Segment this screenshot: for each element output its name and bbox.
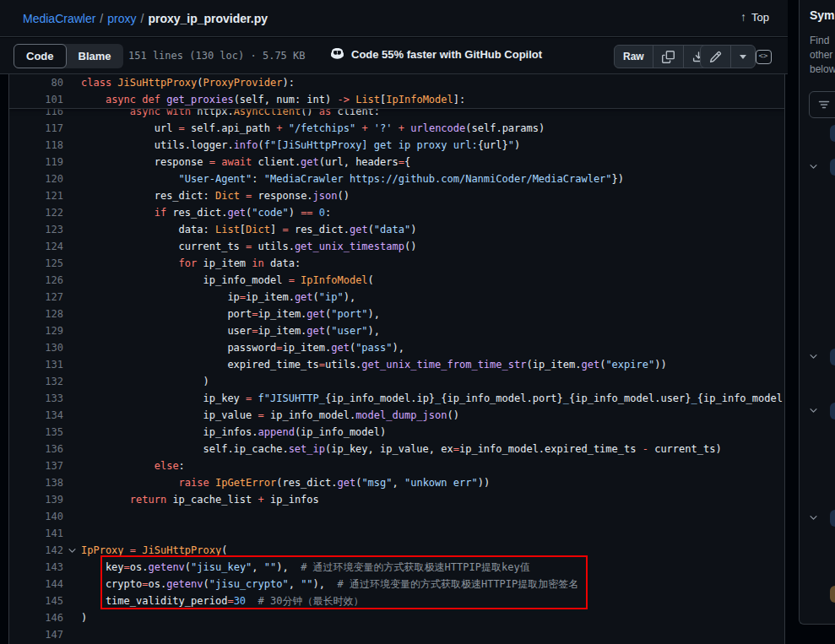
symbol-item[interactable] <box>830 510 835 527</box>
file-header: MediaCrawler / proxy / proxy_ip_provider… <box>0 0 788 37</box>
fold-spacer <box>63 289 81 306</box>
code-line: 143 key=os.getenv("jisu_key", ""), # 通过环… <box>9 559 784 576</box>
line-number[interactable]: 130 <box>9 339 63 356</box>
code-text: user=ip_item.get("user"), <box>81 322 784 339</box>
chevron-down-icon <box>808 512 819 523</box>
code-line: 144 crypto=os.getenv("jisu_crypto", ""),… <box>9 576 784 593</box>
code-line: 101 async def get_proxies(self, num: int… <box>9 91 784 108</box>
breadcrumb-folder-link[interactable]: proxy <box>107 12 136 25</box>
symbol-item[interactable] <box>830 125 835 142</box>
line-number[interactable]: 101 <box>9 91 63 108</box>
page: { "breadcrumb": { "repo": "MediaCrawler"… <box>0 0 835 644</box>
line-number[interactable]: 144 <box>9 576 63 593</box>
line-number[interactable]: 117 <box>9 120 63 137</box>
code-line: 131 expired_time_ts=utils.get_unix_time_… <box>9 356 784 373</box>
symbols-panel-heading: Symbols <box>810 8 835 22</box>
code-line: 121 res_dict: Dict = response.json() <box>9 187 784 204</box>
tree-expander-chevron-down-icon[interactable] <box>808 404 821 418</box>
code-line: 126 ip_info_model = IpInfoModel( <box>9 272 784 289</box>
line-number[interactable]: 132 <box>9 373 63 390</box>
chevron-down-icon <box>808 351 819 362</box>
line-number[interactable]: 139 <box>9 491 63 508</box>
fold-spacer <box>63 390 81 407</box>
code-line: 122 if res_dict.get("code") == 0: <box>9 204 784 221</box>
code-view: 116 async with httpx.AsyncClient() as cl… <box>8 74 785 644</box>
symbols-panel: Symbols Findotherbelow <box>799 0 835 625</box>
code-line: 134 ip_value = ip_info_model.model_dump_… <box>9 407 784 424</box>
line-number[interactable]: 123 <box>9 221 63 238</box>
line-number[interactable]: 122 <box>9 204 63 221</box>
chevron-down-icon <box>67 545 78 556</box>
copy-button[interactable] <box>653 46 684 68</box>
fold-spacer <box>63 91 81 108</box>
line-number[interactable]: 80 <box>9 74 63 91</box>
symbol-item[interactable] <box>830 159 835 176</box>
line-number[interactable]: 138 <box>9 474 63 491</box>
line-number[interactable]: 145 <box>9 593 63 609</box>
line-number[interactable]: 125 <box>9 255 63 272</box>
line-number[interactable]: 129 <box>9 322 63 339</box>
fold-toggle-icon[interactable] <box>63 542 81 559</box>
fold-spacer <box>63 339 81 356</box>
line-number[interactable]: 143 <box>9 559 63 576</box>
edit-button[interactable] <box>701 46 731 68</box>
code-text: password=ip_item.get("pass"), <box>81 339 784 356</box>
tree-expander-chevron-down-icon[interactable] <box>808 160 821 174</box>
code-text: ip_key = f"JISUHTTP_{ip_info_model.ip}_{… <box>81 390 784 407</box>
tree-expander-chevron-down-icon[interactable] <box>808 511 821 525</box>
code-line: 136 self.ip_cache.set_ip(ip_key, ip_valu… <box>9 441 784 457</box>
line-number[interactable]: 128 <box>9 306 63 322</box>
copilot-banner-link[interactable]: Code 55% faster with GitHub Copilot <box>330 47 542 62</box>
fold-spacer <box>63 407 81 424</box>
code-text: async def get_proxies(self, num: int) ->… <box>81 91 784 108</box>
line-number[interactable]: 140 <box>9 508 63 525</box>
fold-spacer <box>63 170 81 187</box>
line-number[interactable]: 147 <box>9 626 63 643</box>
code-text: crypto=os.getenv("jisu_crypto", ""), # 通… <box>81 576 784 593</box>
tree-expander-chevron-down-icon[interactable] <box>808 350 821 364</box>
triangle-down-icon <box>740 55 746 59</box>
symbol-item[interactable] <box>830 586 835 603</box>
breadcrumb-repo-link[interactable]: MediaCrawler <box>23 12 95 25</box>
line-number[interactable]: 119 <box>9 154 63 170</box>
line-number[interactable]: 126 <box>9 272 63 289</box>
line-number[interactable]: 141 <box>9 525 63 542</box>
line-number[interactable]: 135 <box>9 424 63 441</box>
symbols-panel-toggle-button[interactable]: <> <box>751 45 775 68</box>
code-text: key=os.getenv("jisu_key", ""), # 通过环境变量的… <box>81 559 784 576</box>
raw-button[interactable]: Raw <box>615 46 653 68</box>
tab-blame[interactable]: Blame <box>67 44 123 68</box>
back-to-top-link[interactable]: ↑ Top <box>740 10 769 24</box>
breadcrumb-separator: / <box>100 12 103 25</box>
line-number[interactable]: 137 <box>9 457 63 474</box>
line-number[interactable]: 118 <box>9 137 63 154</box>
line-number[interactable]: 133 <box>9 390 63 407</box>
fold-spacer <box>63 457 81 474</box>
symbols-description-line: below <box>810 62 835 77</box>
fold-spacer <box>63 474 81 491</box>
line-number[interactable]: 146 <box>9 609 63 626</box>
line-number[interactable]: 127 <box>9 289 63 306</box>
code-square-icon: <> <box>756 50 772 64</box>
line-number[interactable]: 131 <box>9 356 63 373</box>
tab-code[interactable]: Code <box>14 44 67 68</box>
symbols-filter-button[interactable] <box>809 91 835 118</box>
code-text: data: List[Dict] = res_dict.get("data") <box>81 221 784 238</box>
sticky-context-lines: 80class JiSuHttpProxy(ProxyProvider):101… <box>9 74 784 109</box>
symbol-item[interactable] <box>830 403 835 419</box>
line-number[interactable]: 120 <box>9 170 63 187</box>
line-number[interactable]: 121 <box>9 187 63 204</box>
fold-spacer <box>63 626 81 643</box>
line-number[interactable]: 134 <box>9 407 63 424</box>
line-number[interactable]: 136 <box>9 441 63 457</box>
fold-spacer <box>63 187 81 204</box>
code-text: IpProxy = JiSuHttpProxy( <box>81 542 784 559</box>
code-text: raise IpGetError(res_dict.get("msg", "un… <box>81 474 784 491</box>
code-blame-switcher: Code Blame <box>14 44 123 68</box>
code-line: 118 utils.logger.info(f"[JiSuHttpProxy] … <box>9 137 784 154</box>
code-line: 135 ip_infos.append(ip_info_model) <box>9 424 784 441</box>
line-number[interactable]: 142 <box>9 542 63 559</box>
symbols-description-line: other <box>810 48 835 62</box>
symbol-item[interactable] <box>830 349 835 365</box>
line-number[interactable]: 124 <box>9 238 63 255</box>
